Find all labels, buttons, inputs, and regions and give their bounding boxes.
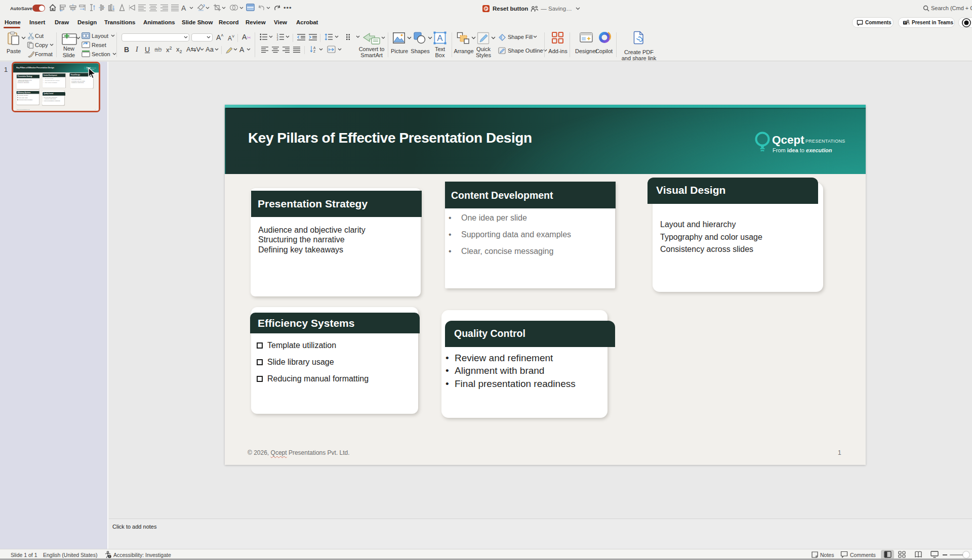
svg-text:A: A [313, 46, 316, 50]
svg-text:!: ! [109, 555, 110, 558]
svg-text:A: A [437, 33, 443, 43]
svg-text:Z: Z [313, 50, 315, 53]
svg-text:From idea to execution: From idea to execution [773, 147, 832, 153]
svg-text:Qcept: Qcept [772, 134, 804, 146]
svg-text:PRESENTATIONS: PRESENTATIONS [805, 139, 845, 144]
svg-text:3: 3 [277, 38, 278, 40]
svg-text:T: T [904, 21, 906, 24]
svg-text:P: P [484, 7, 488, 11]
